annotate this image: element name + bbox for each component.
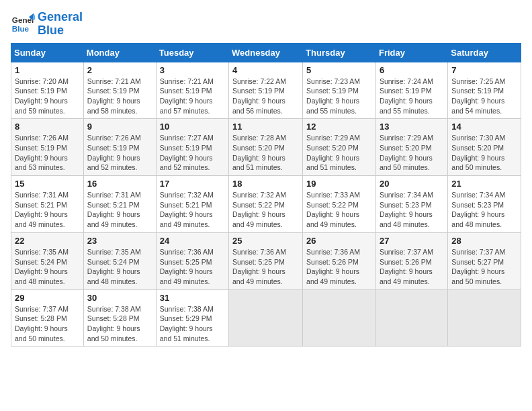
day-number: 25 [232,236,299,246]
week-row-4: 22 Sunrise: 7:35 AMSunset: 5:24 PMDaylig… [11,232,521,289]
day-number: 30 [87,293,152,303]
day-number: 18 [232,179,299,189]
day-info: Sunrise: 7:33 AMSunset: 5:22 PMDaylight:… [306,190,372,230]
day-info: Sunrise: 7:24 AMSunset: 5:19 PMDaylight:… [380,77,444,116]
day-info: Sunrise: 7:32 AMSunset: 5:21 PMDaylight:… [160,190,225,230]
calendar-cell: 22 Sunrise: 7:35 AMSunset: 5:24 PMDaylig… [11,232,84,289]
day-number: 22 [15,236,80,246]
day-info: Sunrise: 7:37 AMSunset: 5:28 PMDaylight:… [15,304,80,344]
day-info: Sunrise: 7:32 AMSunset: 5:22 PMDaylight:… [232,190,299,230]
day-number: 29 [15,293,80,303]
day-info: Sunrise: 7:30 AMSunset: 5:20 PMDaylight:… [451,133,517,173]
day-info: Sunrise: 7:35 AMSunset: 5:24 PMDaylight:… [87,247,152,287]
day-number: 12 [306,122,372,132]
day-info: Sunrise: 7:29 AMSunset: 5:20 PMDaylight:… [380,133,444,173]
day-info: Sunrise: 7:21 AMSunset: 5:19 PMDaylight:… [87,77,152,116]
day-info: Sunrise: 7:31 AMSunset: 5:21 PMDaylight:… [87,190,152,230]
day-info: Sunrise: 7:36 AMSunset: 5:25 PMDaylight:… [232,247,299,287]
calendar-cell: 6 Sunrise: 7:24 AMSunset: 5:19 PMDayligh… [375,62,447,119]
weekday-header-wednesday: Wednesday [229,43,303,62]
calendar-cell: 15 Sunrise: 7:31 AMSunset: 5:21 PMDaylig… [11,176,84,233]
day-info: Sunrise: 7:27 AMSunset: 5:19 PMDaylight:… [160,133,225,173]
calendar-cell: 1 Sunrise: 7:20 AMSunset: 5:19 PMDayligh… [11,62,84,119]
day-number: 6 [380,65,444,75]
day-info: Sunrise: 7:38 AMSunset: 5:29 PMDaylight:… [160,304,225,344]
day-number: 10 [160,122,225,132]
calendar-cell: 26 Sunrise: 7:36 AMSunset: 5:26 PMDaylig… [303,232,376,289]
day-number: 17 [160,179,225,189]
day-number: 4 [232,65,299,75]
day-number: 16 [87,179,152,189]
day-number: 20 [380,179,444,189]
calendar-cell: 17 Sunrise: 7:32 AMSunset: 5:21 PMDaylig… [156,176,228,233]
calendar-cell [448,289,521,347]
week-row-3: 15 Sunrise: 7:31 AMSunset: 5:21 PMDaylig… [11,176,521,233]
logo: General Blue General Blue [11,11,83,38]
day-number: 8 [15,122,80,132]
calendar-cell [303,289,376,347]
day-info: Sunrise: 7:22 AMSunset: 5:19 PMDaylight:… [232,77,299,116]
page-header: General Blue General Blue [11,11,521,38]
logo-icon: General Blue [11,12,35,36]
day-number: 7 [451,65,517,75]
day-number: 13 [380,122,444,132]
day-number: 21 [451,179,517,189]
logo-text-line1: General [38,11,83,24]
calendar-cell: 28 Sunrise: 7:37 AMSunset: 5:27 PMDaylig… [448,232,521,289]
day-info: Sunrise: 7:38 AMSunset: 5:28 PMDaylight:… [87,304,152,344]
calendar-cell: 27 Sunrise: 7:37 AMSunset: 5:26 PMDaylig… [375,232,447,289]
day-number: 24 [160,236,225,246]
day-info: Sunrise: 7:36 AMSunset: 5:25 PMDaylight:… [160,247,225,287]
day-info: Sunrise: 7:23 AMSunset: 5:19 PMDaylight:… [306,77,372,116]
day-number: 23 [87,236,152,246]
calendar-cell: 21 Sunrise: 7:34 AMSunset: 5:23 PMDaylig… [448,176,521,233]
logo-text-line2: Blue [38,24,83,38]
calendar-cell: 25 Sunrise: 7:36 AMSunset: 5:25 PMDaylig… [229,232,303,289]
calendar-cell: 20 Sunrise: 7:34 AMSunset: 5:23 PMDaylig… [375,176,447,233]
calendar-cell: 2 Sunrise: 7:21 AMSunset: 5:19 PMDayligh… [83,62,156,119]
day-info: Sunrise: 7:25 AMSunset: 5:19 PMDaylight:… [451,77,517,116]
calendar-cell: 19 Sunrise: 7:33 AMSunset: 5:22 PMDaylig… [303,176,376,233]
day-number: 1 [15,65,80,75]
day-info: Sunrise: 7:37 AMSunset: 5:26 PMDaylight:… [380,247,444,287]
day-number: 5 [306,65,372,75]
day-number: 3 [160,65,225,75]
day-info: Sunrise: 7:36 AMSunset: 5:26 PMDaylight:… [306,247,372,287]
weekday-header-friday: Friday [375,43,447,62]
calendar-cell: 7 Sunrise: 7:25 AMSunset: 5:19 PMDayligh… [448,62,521,119]
calendar-cell: 9 Sunrise: 7:26 AMSunset: 5:19 PMDayligh… [83,119,156,176]
day-number: 11 [232,122,299,132]
calendar-cell: 11 Sunrise: 7:28 AMSunset: 5:20 PMDaylig… [229,119,303,176]
day-number: 2 [87,65,152,75]
week-row-2: 8 Sunrise: 7:26 AMSunset: 5:19 PMDayligh… [11,119,521,176]
day-number: 27 [380,236,444,246]
calendar-cell: 5 Sunrise: 7:23 AMSunset: 5:19 PMDayligh… [303,62,376,119]
day-number: 19 [306,179,372,189]
day-number: 15 [15,179,80,189]
calendar-cell [375,289,447,347]
calendar-cell: 8 Sunrise: 7:26 AMSunset: 5:19 PMDayligh… [11,119,84,176]
day-info: Sunrise: 7:26 AMSunset: 5:19 PMDaylight:… [87,133,152,173]
day-info: Sunrise: 7:35 AMSunset: 5:24 PMDaylight:… [15,247,80,287]
weekday-header-sunday: Sunday [11,43,84,62]
week-row-5: 29 Sunrise: 7:37 AMSunset: 5:28 PMDaylig… [11,289,521,347]
day-info: Sunrise: 7:21 AMSunset: 5:19 PMDaylight:… [160,77,225,116]
day-number: 9 [87,122,152,132]
calendar-cell: 4 Sunrise: 7:22 AMSunset: 5:19 PMDayligh… [229,62,303,119]
day-info: Sunrise: 7:20 AMSunset: 5:19 PMDaylight:… [15,77,80,116]
weekday-header-row: SundayMondayTuesdayWednesdayThursdayFrid… [11,43,521,62]
calendar-cell: 3 Sunrise: 7:21 AMSunset: 5:19 PMDayligh… [156,62,228,119]
day-number: 14 [451,122,517,132]
day-number: 28 [451,236,517,246]
calendar-cell: 13 Sunrise: 7:29 AMSunset: 5:20 PMDaylig… [375,119,447,176]
svg-text:Blue: Blue [12,24,30,33]
calendar-cell: 24 Sunrise: 7:36 AMSunset: 5:25 PMDaylig… [156,232,228,289]
calendar-cell: 31 Sunrise: 7:38 AMSunset: 5:29 PMDaylig… [156,289,228,347]
calendar-table: SundayMondayTuesdayWednesdayThursdayFrid… [11,43,521,347]
weekday-header-tuesday: Tuesday [156,43,228,62]
day-info: Sunrise: 7:26 AMSunset: 5:19 PMDaylight:… [15,133,80,173]
calendar-cell: 29 Sunrise: 7:37 AMSunset: 5:28 PMDaylig… [11,289,84,347]
day-info: Sunrise: 7:34 AMSunset: 5:23 PMDaylight:… [451,190,517,230]
weekday-header-monday: Monday [83,43,156,62]
calendar-cell: 18 Sunrise: 7:32 AMSunset: 5:22 PMDaylig… [229,176,303,233]
